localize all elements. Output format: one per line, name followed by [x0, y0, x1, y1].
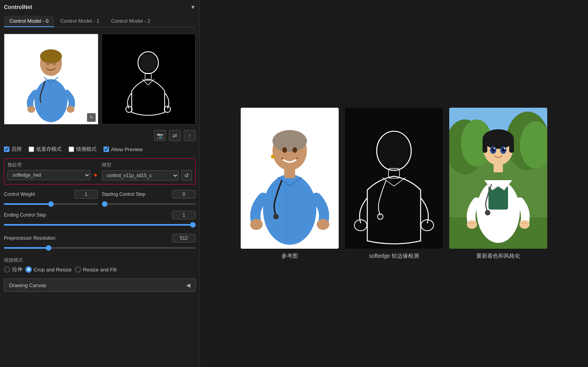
- svg-point-25: [271, 155, 275, 159]
- tab-control-model-2[interactable]: Control Model - 2: [105, 16, 156, 27]
- weight-and-start-sliders: Control Weight 1 Starting Control Step 0: [4, 190, 196, 206]
- scale-stretch-item[interactable]: 拉伸: [4, 266, 22, 273]
- source-image-box: ⊞ 图像 ↺ ✕: [4, 34, 98, 125]
- starting-step-slider[interactable]: [102, 203, 196, 205]
- guess-mode-label: 猜测模式: [76, 146, 96, 153]
- scale-fill-label: Resize and Fill: [83, 267, 116, 273]
- low-vram-label: 低显存模式: [36, 146, 62, 153]
- ending-step-label: Ending Control Step: [4, 212, 55, 218]
- scale-stretch-label: 拉伸: [12, 266, 22, 273]
- drawing-canvas-row[interactable]: Drawing Canvas ◀: [4, 278, 196, 292]
- preprocessor-select[interactable]: softedge_hed: [7, 170, 91, 180]
- svg-point-13: [140, 53, 157, 72]
- guess-mode-checkbox-item[interactable]: 猜测模式: [69, 146, 96, 153]
- svg-point-51: [494, 148, 495, 149]
- image-gallery: 参考图: [241, 108, 547, 260]
- svg-point-1: [34, 79, 67, 122]
- svg-point-24: [273, 214, 279, 219]
- nurse-photo: [4, 34, 98, 124]
- left-panel: ControlNet ▼ Control Model - 0 Control M…: [0, 0, 200, 367]
- svg-point-3: [40, 49, 62, 63]
- svg-point-7: [67, 106, 74, 113]
- edge-detection-svg: [345, 108, 443, 249]
- svg-point-19: [282, 147, 287, 153]
- gallery-item-reference: 参考图: [241, 108, 339, 260]
- preprocessor-resolution-value[interactable]: 512: [172, 234, 196, 242]
- scale-mode-section: 缩放模式 拉伸 Crop and Resize Resize and Fill: [4, 257, 196, 273]
- low-vram-checkbox[interactable]: [29, 146, 34, 152]
- drawing-canvas-label: Drawing Canvas: [9, 282, 46, 288]
- control-weight-value[interactable]: 1: [74, 190, 98, 199]
- svg-rect-53: [494, 165, 503, 172]
- upload-btn[interactable]: ↑: [184, 130, 196, 141]
- enable-checkbox[interactable]: [4, 146, 9, 152]
- gallery-caption-stylized: 重新着色和风格化: [476, 253, 520, 260]
- starting-step-label: Starting Control Step: [102, 192, 153, 197]
- model-preprocessor-section: 预处理 softedge_hed ✦ 模型 control_v11p_sd15_…: [4, 158, 196, 184]
- control-weight-slider[interactable]: [4, 203, 98, 205]
- svg-point-54: [485, 210, 490, 215]
- action-buttons-row: 📷 ⇄ ↑: [4, 130, 196, 141]
- svg-point-55: [467, 220, 477, 229]
- svg-point-56: [519, 220, 530, 229]
- refresh-model-btn[interactable]: ↺: [181, 170, 192, 181]
- svg-point-16: [263, 174, 316, 245]
- tab-control-model-0[interactable]: Control Model - 0: [4, 16, 54, 27]
- gallery-item-edge: softedge 软边缘检测: [345, 108, 443, 260]
- preprocessor-resolution-header: Preprocessor Resolution 512: [4, 234, 196, 242]
- guess-mode-checkbox[interactable]: [69, 146, 74, 152]
- preprocessor-preview-box: ▣ Preprocessor Preview ⬇: [102, 34, 196, 125]
- preprocessor-col-label: 预处理: [7, 162, 98, 168]
- options-checkbox-row: 启用 低显存模式 猜测模式 Allow Preview: [4, 146, 196, 153]
- gallery-img-edge: [345, 108, 443, 249]
- allow-preview-checkbox[interactable]: [103, 146, 109, 152]
- allow-preview-checkbox-item[interactable]: Allow Preview: [103, 146, 143, 152]
- svg-point-18: [272, 130, 307, 152]
- preprocessor-col: 预处理 softedge_hed ✦: [7, 162, 98, 181]
- enable-checkbox-item[interactable]: 启用: [4, 146, 22, 153]
- control-weight-col: Control Weight 1: [4, 190, 98, 206]
- gallery-img-stylized: [449, 108, 547, 249]
- preprocessor-resolution-label: Preprocessor Resolution: [4, 235, 55, 241]
- swap-btn[interactable]: ⇄: [169, 130, 181, 141]
- edge-detection-preview: [102, 34, 196, 124]
- preprocessor-select-row: softedge_hed ✦: [7, 170, 98, 180]
- svg-point-6: [27, 106, 35, 113]
- low-vram-checkbox-item[interactable]: 低显存模式: [29, 146, 62, 153]
- panel-collapse-arrow[interactable]: ▼: [190, 4, 196, 10]
- stylized-svg: [449, 108, 547, 249]
- model-row: 预处理 softedge_hed ✦ 模型 control_v11p_sd15_…: [7, 162, 192, 181]
- scale-crop-label: Crop and Resize: [34, 267, 72, 273]
- camera-btn[interactable]: 📷: [154, 130, 166, 141]
- svg-point-4: [46, 61, 49, 65]
- right-panel: 参考图: [200, 0, 588, 367]
- reference-nurse-svg: [241, 108, 339, 249]
- ending-step-value[interactable]: 1: [172, 211, 196, 219]
- scale-crop-item[interactable]: Crop and Resize: [25, 266, 72, 273]
- gallery-img-reference: [241, 108, 339, 249]
- edit-image-btn[interactable]: ✎: [87, 113, 96, 122]
- model-select[interactable]: control_v11p_sd15_s: [102, 170, 179, 181]
- scale-stretch-dot: [4, 266, 10, 273]
- gallery-item-stylized: 重新着色和风格化: [449, 108, 547, 260]
- scale-mode-radio-group: 拉伸 Crop and Resize Resize and Fill: [4, 266, 196, 273]
- starting-step-col: Starting Control Step 0: [102, 190, 196, 206]
- scale-crop-dot: [25, 266, 32, 273]
- control-weight-header: Control Weight 1: [4, 190, 98, 199]
- svg-point-29: [378, 133, 410, 169]
- svg-rect-45: [483, 139, 487, 153]
- svg-point-23: [317, 219, 329, 230]
- model-tabs: Control Model - 0 Control Model - 1 Cont…: [4, 16, 196, 27]
- drawing-canvas-arrow: ◀: [186, 282, 191, 288]
- ending-step-slider[interactable]: [4, 224, 196, 226]
- nurse-svg: [20, 36, 82, 122]
- preprocessor-resolution-slider[interactable]: [4, 247, 196, 249]
- scale-fill-item[interactable]: Resize and Fill: [75, 266, 116, 273]
- starting-step-value[interactable]: 0: [172, 190, 196, 199]
- svg-point-5: [53, 61, 56, 65]
- scale-mode-label: 缩放模式: [4, 257, 196, 264]
- model-col: 模型 control_v11p_sd15_s ↺: [102, 162, 192, 181]
- tab-control-model-1[interactable]: Control Model - 1: [55, 16, 105, 27]
- allow-preview-label: Allow Preview: [111, 146, 143, 152]
- svg-rect-21: [284, 168, 295, 178]
